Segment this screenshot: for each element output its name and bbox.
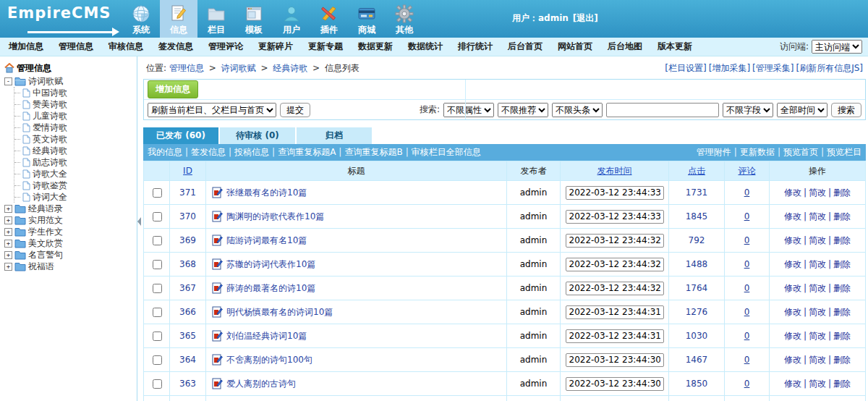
toolbar-left-link-6[interactable]: 审核栏目全部信息 — [412, 147, 481, 157]
row-time-input[interactable] — [566, 353, 664, 367]
row-comments-link[interactable]: 0 — [744, 307, 750, 317]
row-op-3[interactable]: 删除 — [833, 355, 851, 365]
collection-link-3[interactable]: [管理采集] — [752, 63, 793, 73]
sub-nav-item-1[interactable]: 增加信息 — [9, 41, 43, 53]
row-op-1[interactable]: 修改 — [784, 379, 801, 389]
sub-nav-item-2[interactable]: 管理信息 — [59, 41, 93, 53]
sub-nav-item-4[interactable]: 签发信息 — [158, 41, 193, 53]
header-menu-item-7[interactable]: 商城 — [348, 0, 386, 38]
row-op-2[interactable]: 简改 — [809, 211, 826, 221]
logout-link[interactable]: [退出] — [573, 13, 598, 23]
tree-child-node-9[interactable]: 诗歌鉴赏 — [14, 180, 135, 191]
row-checkbox[interactable] — [153, 260, 162, 269]
row-comments-link[interactable]: 0 — [744, 259, 750, 269]
row-op-3[interactable]: 删除 — [833, 283, 851, 293]
row-time-input[interactable] — [566, 210, 664, 224]
sub-nav-item-13[interactable]: 后台地图 — [608, 41, 642, 53]
tree-folder-node-6[interactable]: +祝福语 — [4, 261, 135, 272]
row-op-1[interactable]: 修改 — [784, 259, 801, 269]
row-comments-link[interactable]: 0 — [744, 187, 750, 198]
header-menu-item-2[interactable]: 信息 — [160, 0, 197, 38]
search-filter-select-5[interactable]: 全部时间 — [777, 103, 827, 117]
tree-child-node-10[interactable]: 诗词大全 — [14, 191, 135, 203]
search-input[interactable] — [606, 103, 719, 117]
row-comments-link[interactable]: 0 — [744, 355, 750, 365]
toolbar-left-link-5[interactable]: 查询重复标题B — [344, 147, 402, 157]
row-op-3[interactable]: 删除 — [833, 187, 851, 198]
row-op-2[interactable]: 简改 — [809, 235, 826, 245]
row-op-2[interactable]: 简改 — [809, 355, 826, 365]
row-comments-link[interactable]: 0 — [744, 235, 750, 245]
sort-clicks-link[interactable]: 点击 — [688, 166, 705, 176]
tree-expander-closed[interactable]: + — [4, 240, 12, 248]
row-op-3[interactable]: 删除 — [833, 331, 851, 341]
row-time-input[interactable] — [566, 305, 664, 319]
row-checkbox[interactable] — [153, 236, 162, 245]
sub-nav-item-3[interactable]: 审核信息 — [109, 41, 143, 53]
sub-nav-item-14[interactable]: 版本更新 — [658, 41, 692, 53]
breadcrumb-link-2[interactable]: 诗词歌赋 — [221, 63, 256, 73]
tree-child-node-3[interactable]: 儿童诗歌 — [14, 110, 135, 122]
row-op-1[interactable]: 修改 — [784, 331, 801, 341]
row-time-input[interactable] — [566, 186, 664, 200]
search-filter-select-2[interactable]: 不限推荐 — [498, 103, 548, 117]
sort-time-link[interactable]: 发布时间 — [597, 166, 632, 176]
row-checkbox[interactable] — [153, 308, 162, 317]
header-menu-item-5[interactable]: 用户 — [273, 0, 310, 38]
sort-comments-link[interactable]: 评论 — [739, 166, 756, 176]
sub-nav-item-8[interactable]: 数据更新 — [358, 41, 393, 53]
row-title-link[interactable]: 明代杨慎最有名的诗词10篇 — [226, 306, 333, 318]
row-op-3[interactable]: 删除 — [833, 379, 851, 389]
row-op-1[interactable]: 修改 — [784, 187, 801, 198]
tree-expander-closed[interactable]: + — [4, 228, 12, 236]
sub-nav-item-7[interactable]: 更新专题 — [308, 41, 343, 53]
row-op-1[interactable]: 修改 — [784, 283, 801, 293]
sub-nav-item-10[interactable]: 排行统计 — [458, 41, 493, 53]
sidebar-collapse-handle[interactable] — [137, 56, 141, 401]
submit-button[interactable]: 提交 — [280, 103, 310, 117]
row-comments-link[interactable]: 0 — [744, 211, 750, 221]
toolbar-right-link-3[interactable]: 预览首页 — [783, 147, 818, 157]
tree-expander-closed[interactable]: + — [4, 263, 12, 271]
row-op-1[interactable]: 修改 — [784, 355, 801, 365]
header-menu-item-4[interactable]: 模板 — [235, 0, 273, 38]
tree-child-node-7[interactable]: 励志诗歌 — [14, 156, 135, 168]
row-checkbox[interactable] — [153, 188, 162, 198]
search-filter-select-4[interactable]: 不限字段 — [723, 103, 773, 117]
row-title-link[interactable]: 爱人离别的古诗句 — [226, 378, 296, 390]
row-title-link[interactable]: 苏辙的诗词代表作10篇 — [226, 258, 315, 271]
sub-nav-item-12[interactable]: 网站首页 — [558, 41, 592, 53]
tree-child-node-2[interactable]: 赞美诗歌 — [14, 98, 135, 110]
row-op-2[interactable]: 简改 — [809, 283, 826, 293]
sub-nav-item-11[interactable]: 后台首页 — [508, 41, 542, 53]
row-comments-link[interactable]: 0 — [744, 283, 750, 293]
row-title-link[interactable]: 陶渊明的诗歌代表作10篇 — [226, 211, 324, 223]
sub-nav-item-9[interactable]: 数据统计 — [408, 41, 443, 53]
header-menu-item-3[interactable]: 栏目 — [197, 0, 235, 38]
row-op-2[interactable]: 简改 — [809, 331, 826, 341]
row-op-2[interactable]: 简改 — [809, 187, 826, 198]
row-time-input[interactable] — [566, 329, 664, 343]
toolbar-right-link-1[interactable]: 管理附件 — [697, 147, 731, 157]
row-checkbox[interactable] — [153, 379, 162, 389]
tree-expander-open[interactable]: - — [4, 77, 12, 85]
toolbar-left-link-3[interactable]: 投稿信息 — [234, 147, 269, 157]
tree-expander-closed[interactable]: + — [4, 251, 12, 259]
row-op-2[interactable]: 简改 — [809, 259, 826, 269]
toolbar-left-link-1[interactable]: 我的信息 — [148, 147, 182, 157]
toolbar-left-link-2[interactable]: 签发信息 — [191, 147, 226, 157]
row-comments-link[interactable]: 0 — [744, 331, 750, 341]
toolbar-right-link-2[interactable]: 更新数据 — [740, 147, 775, 157]
row-time-input[interactable] — [566, 282, 664, 295]
breadcrumb-link-1[interactable]: 管理信息 — [169, 63, 204, 73]
add-info-button[interactable]: 增加信息 — [148, 80, 198, 98]
row-op-2[interactable]: 简改 — [809, 307, 826, 317]
breadcrumb-link-3[interactable]: 经典诗歌 — [273, 63, 307, 73]
row-time-input[interactable] — [566, 258, 664, 271]
tree-child-node-5[interactable]: 英文诗歌 — [14, 133, 135, 145]
sub-nav-item-6[interactable]: 更新碎片 — [258, 41, 293, 53]
sort-id-link[interactable]: ID — [183, 166, 192, 176]
row-time-input[interactable] — [566, 377, 664, 391]
sub-nav-item-5[interactable]: 管理评论 — [208, 41, 243, 53]
header-menu-item-1[interactable]: 系统 — [122, 0, 160, 38]
